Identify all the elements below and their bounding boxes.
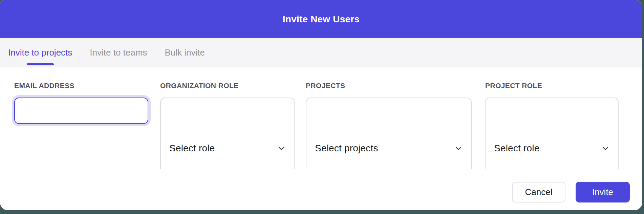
chevron-down-icon: [454, 144, 463, 153]
tab-label: Invite to teams: [90, 47, 147, 58]
invite-form: EMAIL ADDRESS ORGANIZATION ROLE PROJECTS…: [0, 68, 642, 169]
project-role-label: PROJECT ROLE: [485, 82, 542, 90]
active-tab-indicator: [27, 63, 54, 65]
organization-role-value: Select role: [169, 143, 215, 154]
email-field-wrapper: [14, 98, 148, 124]
chevron-down-icon: [601, 144, 610, 153]
tab-invite-to-projects[interactable]: Invite to projects: [8, 38, 72, 67]
email-address-label: EMAIL ADDRESS: [14, 82, 74, 90]
chevron-down-icon: [277, 144, 286, 153]
email-address-input[interactable]: [14, 98, 148, 124]
dialog-header: Invite New Users: [0, 0, 642, 38]
invite-new-users-dialog: Invite New Users Invite to projects Invi…: [0, 0, 642, 210]
tab-bar: Invite to projects Invite to teams Bulk …: [0, 38, 642, 67]
invite-button[interactable]: Invite: [576, 182, 630, 202]
tab-invite-to-teams[interactable]: Invite to teams: [90, 38, 147, 67]
organization-role-label: ORGANIZATION ROLE: [160, 82, 239, 90]
tab-label: Bulk invite: [165, 47, 205, 58]
dialog-title: Invite New Users: [283, 14, 360, 25]
projects-label: PROJECTS: [306, 82, 345, 90]
dialog-footer: Cancel Invite: [0, 169, 642, 210]
tab-label: Invite to projects: [8, 47, 72, 58]
tab-bulk-invite[interactable]: Bulk invite: [165, 38, 205, 67]
project-role-value: Select role: [494, 143, 540, 154]
cancel-button[interactable]: Cancel: [512, 182, 565, 202]
projects-value: Select projects: [315, 143, 378, 154]
